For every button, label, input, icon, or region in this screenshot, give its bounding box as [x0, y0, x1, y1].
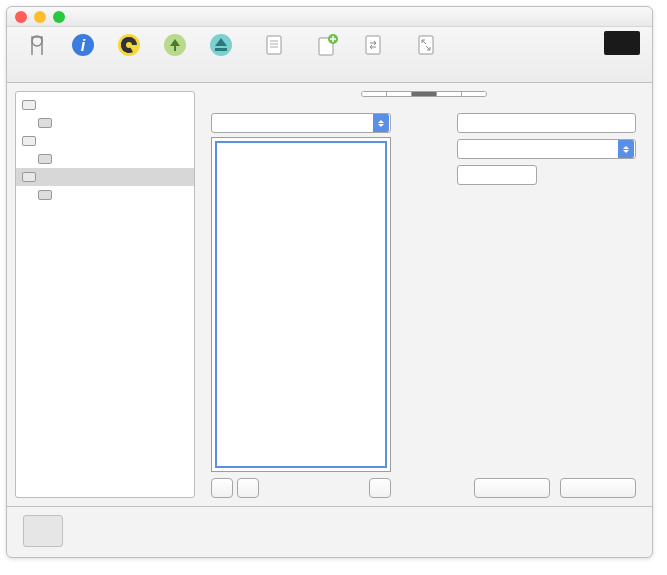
tab-raid[interactable]	[437, 92, 462, 96]
add-partition-button[interactable]	[211, 478, 233, 498]
minimize-icon[interactable]	[34, 11, 46, 23]
sidebar-disk-sdxc[interactable]	[16, 132, 194, 150]
disk-icon	[22, 100, 36, 110]
remove-partition-button[interactable]	[237, 478, 259, 498]
name-field[interactable]	[457, 113, 636, 133]
tb-eject[interactable]	[199, 31, 243, 61]
sidebar-disk-kingston[interactable]	[16, 168, 194, 186]
titlebar	[7, 7, 652, 27]
traffic-lights	[15, 11, 65, 23]
svg-rect-7	[267, 36, 281, 54]
tb-log[interactable]	[600, 31, 644, 57]
close-icon[interactable]	[15, 11, 27, 23]
svg-rect-13	[366, 36, 380, 54]
volume-icon	[38, 154, 52, 164]
disk-large-icon	[23, 515, 63, 547]
tb-burn[interactable]	[107, 31, 151, 61]
apply-button[interactable]	[560, 478, 636, 498]
chevron-updown-icon	[373, 114, 389, 132]
format-select[interactable]	[457, 139, 636, 159]
volume-icon	[38, 118, 52, 128]
partition-diagram	[211, 137, 391, 472]
footer-info	[7, 506, 652, 557]
chevron-updown-icon	[618, 140, 634, 158]
tb-mount[interactable]	[153, 31, 197, 61]
svg-text:i: i	[81, 37, 86, 54]
disk-icon	[22, 172, 36, 182]
tab-erase[interactable]	[387, 92, 412, 96]
tb-newimage[interactable]	[305, 31, 349, 61]
svg-rect-14	[419, 36, 433, 54]
revert-button[interactable]	[474, 478, 550, 498]
tb-info[interactable]: i	[61, 31, 105, 61]
tb-convert[interactable]	[351, 31, 395, 61]
disk-utility-window: i	[6, 6, 653, 558]
sidebar-vol-macintosh[interactable]	[16, 114, 194, 132]
tab-firstaid[interactable]	[362, 92, 387, 96]
tb-journal[interactable]	[245, 31, 303, 61]
tb-resize[interactable]	[397, 31, 455, 61]
svg-point-4	[126, 42, 132, 48]
tab-control	[361, 91, 487, 97]
size-field[interactable]	[457, 165, 537, 185]
content-area	[203, 91, 644, 498]
zoom-icon[interactable]	[53, 11, 65, 23]
toolbar: i	[7, 27, 652, 83]
partition-slice[interactable]	[215, 141, 387, 468]
device-sidebar[interactable]	[15, 91, 195, 498]
tb-verify[interactable]	[15, 31, 59, 61]
options-button[interactable]	[369, 478, 391, 498]
layout-select[interactable]	[211, 113, 391, 133]
disk-icon	[22, 136, 36, 146]
tab-restore[interactable]	[462, 92, 486, 96]
volume-icon	[38, 190, 52, 200]
warn-icon	[604, 31, 640, 55]
sidebar-disk-ssd[interactable]	[16, 96, 194, 114]
sidebar-vol-storedge[interactable]	[16, 150, 194, 168]
tab-partition[interactable]	[412, 92, 437, 96]
sidebar-vol-kingston[interactable]	[16, 186, 194, 204]
